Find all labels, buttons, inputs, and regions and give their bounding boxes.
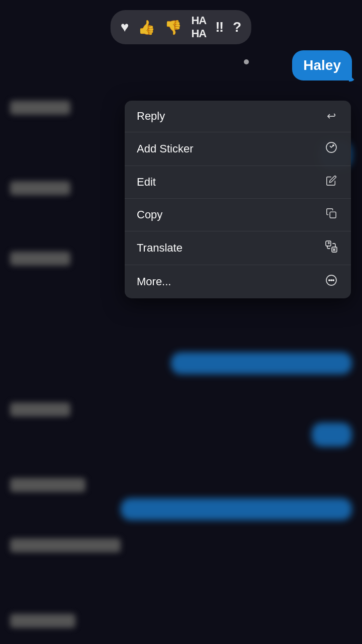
question-icon[interactable]: ? bbox=[233, 19, 241, 35]
translate-icon bbox=[324, 240, 339, 256]
haley-bubble-text: Haley bbox=[303, 57, 341, 73]
reply-menu-item[interactable]: Reply ↩ bbox=[125, 101, 351, 132]
more-menu-item[interactable]: More... bbox=[125, 265, 351, 298]
edit-label: Edit bbox=[137, 176, 156, 189]
copy-icon bbox=[324, 208, 339, 222]
exclamation-icon[interactable]: ‼ bbox=[215, 19, 224, 35]
translate-label: Translate bbox=[137, 242, 183, 255]
message-indicator-dot bbox=[244, 59, 249, 64]
bg-blur-item bbox=[10, 478, 85, 492]
more-label: More... bbox=[137, 275, 171, 288]
thumbsup-icon[interactable]: 👍 bbox=[138, 19, 155, 36]
bg-blur-item bbox=[10, 181, 70, 195]
svg-point-6 bbox=[331, 280, 332, 281]
bg-message-bubble bbox=[121, 498, 352, 520]
svg-point-7 bbox=[333, 280, 334, 281]
context-menu: Reply ↩ Add Sticker Edit Copy bbox=[125, 101, 351, 298]
bg-message-bubble bbox=[171, 352, 352, 374]
bg-blur-item bbox=[10, 614, 75, 628]
svg-point-5 bbox=[329, 280, 330, 281]
heart-icon[interactable]: ♥ bbox=[121, 19, 129, 35]
haha-icon[interactable]: HAHA bbox=[191, 14, 206, 40]
sticker-icon bbox=[324, 141, 339, 156]
bg-blur-item bbox=[10, 252, 70, 266]
edit-icon bbox=[324, 175, 339, 189]
svg-rect-1 bbox=[330, 212, 336, 218]
reaction-bar: ♥ 👍 👎 HAHA ‼ ? bbox=[111, 10, 251, 44]
more-icon bbox=[324, 274, 339, 289]
copy-menu-item[interactable]: Copy bbox=[125, 199, 351, 231]
bg-blur-item bbox=[10, 538, 121, 552]
thumbsdown-icon[interactable]: 👎 bbox=[164, 19, 182, 36]
bg-blur-item bbox=[10, 403, 70, 417]
bg-blur-item bbox=[10, 101, 70, 115]
reply-label: Reply bbox=[137, 110, 165, 123]
translate-menu-item[interactable]: Translate bbox=[125, 231, 351, 265]
svg-rect-2 bbox=[326, 241, 331, 246]
haley-message-bubble: Haley bbox=[292, 50, 352, 80]
reply-icon: ↩ bbox=[324, 110, 339, 123]
bg-message-bubble bbox=[312, 423, 352, 447]
add-sticker-label: Add Sticker bbox=[137, 142, 194, 155]
copy-label: Copy bbox=[137, 208, 162, 221]
edit-menu-item[interactable]: Edit bbox=[125, 166, 351, 199]
add-sticker-menu-item[interactable]: Add Sticker bbox=[125, 132, 351, 166]
svg-point-0 bbox=[333, 145, 334, 146]
